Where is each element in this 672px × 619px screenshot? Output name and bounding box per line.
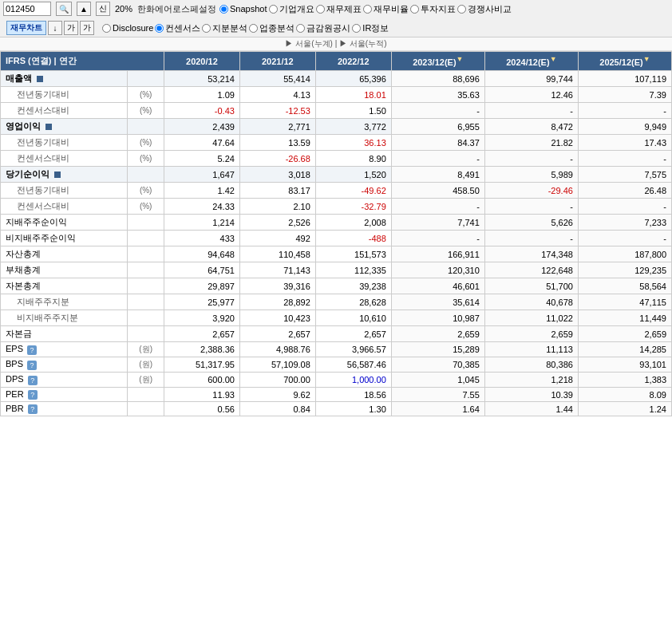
radio-industry[interactable]: 업종분석 (249, 22, 294, 34)
square-icon (37, 76, 43, 82)
row-label: 컨센서스대비 (1, 151, 128, 167)
col-2021: 2021/12 (239, 52, 315, 71)
table-row: 컨센서스대비(%)24.332.10-32.79--- (1, 199, 672, 215)
cell-value: 7,575 (578, 167, 671, 183)
question-icon: ? (28, 390, 38, 400)
cell-value: 107,119 (578, 71, 671, 87)
row-unit (128, 71, 164, 87)
question-icon: ? (27, 361, 37, 370)
subtitle-row: ▶ 서울(누계) | ▶ 서울(누적) (0, 37, 672, 51)
cell-value: 458.50 (391, 183, 484, 199)
chart-btn2[interactable]: ↓ (48, 21, 62, 35)
row-label: 자산총계 (1, 246, 128, 262)
cell-value: 2,659 (578, 326, 671, 342)
radio-financial[interactable]: 재무제표 (316, 3, 362, 15)
cell-value: 83.17 (239, 183, 315, 199)
table-row: 비지배주주순이익433492-488--- (1, 231, 672, 246)
cell-value: 21.82 (484, 135, 578, 151)
cell-value: 187,800 (578, 246, 671, 262)
cell-value: 36.13 (315, 135, 391, 151)
cell-value: -12.53 (239, 103, 315, 119)
row-unit (128, 402, 164, 416)
radio-competitor[interactable]: 경쟁사비교 (457, 3, 512, 15)
cell-value: 9,949 (578, 119, 671, 135)
pct-label: 20% (115, 4, 132, 14)
cell-value: 433 (164, 231, 239, 246)
cell-value: 94,648 (164, 246, 239, 262)
radio-consensus[interactable]: 컨센서스 (155, 22, 200, 34)
radio-ir[interactable]: IR정보 (352, 22, 389, 34)
row-unit (128, 278, 164, 294)
row-label: DPS ? (1, 373, 128, 388)
radio-group-1: Snapshot 기업개요 재무제표 재무비율 투자지표 경쟁사비교 (219, 3, 511, 15)
row-label: 자본금 (1, 326, 128, 342)
stock-section: 🔍 ▲ 신 20% 한화에어로스페설정 (3, 2, 216, 16)
cell-value: 5,626 (484, 215, 578, 231)
cell-value: 39,316 (239, 278, 315, 294)
subtitle-text: ▶ 서울(누계) | ▶ 서울(누적) (285, 39, 386, 48)
cell-value: 10,987 (391, 310, 484, 326)
cell-value: 1.09 (164, 87, 239, 103)
cell-value: 1,000.00 (315, 373, 391, 388)
radio-gold[interactable]: 금감원공시 (296, 22, 350, 34)
radio-snapshot[interactable]: Snapshot (219, 4, 267, 14)
cell-value: 2,657 (239, 326, 315, 342)
row-label: 전년동기대비 (1, 87, 128, 103)
cell-value: 7,741 (391, 215, 484, 231)
table-row: 자본총계29,89739,31639,23846,60151,70058,564 (1, 278, 672, 294)
question-icon: ? (28, 376, 38, 385)
cell-value: 7.39 (578, 87, 671, 103)
search-button[interactable]: 🔍 (56, 2, 72, 16)
row-unit (128, 262, 164, 278)
row-unit (128, 310, 164, 326)
cell-value: 492 (239, 231, 315, 246)
radio-invest[interactable]: 투자지표 (410, 3, 456, 15)
cell-value: 129,235 (578, 262, 671, 278)
cell-value: 2,659 (391, 326, 484, 342)
cell-value: 35.63 (391, 87, 484, 103)
cell-value: 28,892 (239, 294, 315, 310)
cell-value: 7.55 (391, 388, 484, 402)
cell-value: 112,335 (315, 262, 391, 278)
cell-value: 47.64 (164, 135, 239, 151)
cell-value: 25,977 (164, 294, 239, 310)
cell-value: 8.09 (578, 388, 671, 402)
cell-value: 2.10 (239, 199, 315, 215)
radio-company[interactable]: 기업개요 (269, 3, 314, 15)
cell-value: 2,657 (164, 326, 239, 342)
cell-value: 8,491 (391, 167, 484, 183)
cell-value: -32.79 (315, 199, 391, 215)
radio-fin-ratio[interactable]: 재무비율 (363, 3, 409, 15)
table-header-label: IFRS (연결) | 연간 (1, 52, 164, 71)
cell-value: 120,310 (391, 262, 484, 278)
cell-value: - (484, 199, 578, 215)
table-row: 매출액 53,21455,41465,39688,69699,744107,11… (1, 71, 672, 87)
table-row: DPS ?(원)600.00700.001,000.001,0451,2181,… (1, 373, 672, 388)
col-2022: 2022/12 (315, 52, 391, 71)
cell-value: 18.01 (315, 87, 391, 103)
cell-value: - (391, 199, 484, 215)
row-unit (128, 215, 164, 231)
cell-value: 40,678 (484, 294, 578, 310)
table-row: PER ?11.939.6218.567.5510.398.09 (1, 388, 672, 402)
row-unit (128, 119, 164, 135)
cell-value: - (484, 151, 578, 167)
chart-btn4[interactable]: 가 (80, 21, 94, 35)
radio-group-2: Disclosure 컨센서스 지분분석 업종분석 금감원공시 IR정보 (102, 22, 389, 34)
chart-btn3[interactable]: 가 (64, 21, 78, 35)
cell-value: 84.37 (391, 135, 484, 151)
cell-value: 99,744 (484, 71, 578, 87)
up-button[interactable]: ▲ (77, 2, 91, 16)
table-row: 전년동기대비(%)1.094.1318.0135.6312.467.39 (1, 87, 672, 103)
radio-equity[interactable]: 지분분석 (202, 22, 247, 34)
radio-disclosure[interactable]: Disclosure (102, 23, 153, 33)
cell-value: 3,966.57 (315, 342, 391, 357)
cell-value: 1,218 (484, 373, 578, 388)
new-button[interactable]: 신 (96, 2, 110, 16)
row-unit (128, 246, 164, 262)
cell-value: 65,396 (315, 71, 391, 87)
cell-value: 17.43 (578, 135, 671, 151)
chart-button[interactable]: 재무차트 (6, 21, 46, 35)
cell-value: - (391, 103, 484, 119)
stock-code-input[interactable] (3, 2, 51, 16)
